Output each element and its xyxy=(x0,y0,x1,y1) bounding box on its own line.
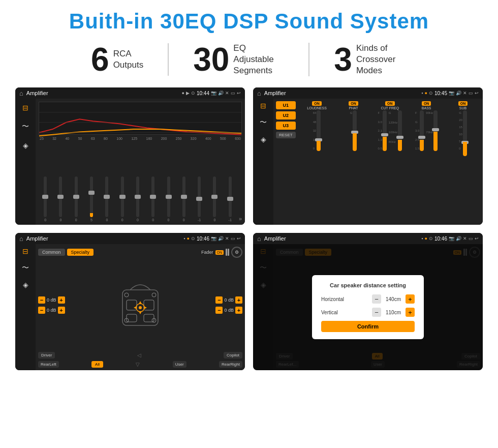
btn-all[interactable]: All xyxy=(91,361,103,368)
cross-home-icon[interactable]: ⌂ xyxy=(257,89,261,97)
spk-fl-minus[interactable]: − xyxy=(38,296,45,304)
spk-fr-minus[interactable]: − xyxy=(215,296,223,304)
btn-user[interactable]: User xyxy=(173,361,186,368)
eq-slider-5[interactable]: 0 xyxy=(100,176,113,222)
dialog-horizontal-minus[interactable]: − xyxy=(372,294,381,304)
eq-back-icon[interactable]: ↩ xyxy=(237,91,241,96)
dlg-screen-area: ⊟ 〜 ◈ Common Specialty ON xyxy=(253,244,483,370)
eq-slider-10[interactable]: 0 xyxy=(177,176,191,222)
arrow-down-icon[interactable]: ▽ xyxy=(136,362,140,367)
spk-rl-minus[interactable]: − xyxy=(38,307,45,314)
cross-cutfreq-ticks-f: F 3.0 2.1 1.3 0.5 xyxy=(378,110,382,151)
cross-camera-icon: 📷 xyxy=(449,91,454,96)
eq-sidebar-eq-icon[interactable]: ⊟ xyxy=(22,104,28,112)
btn-driver[interactable]: Driver xyxy=(38,352,55,359)
eq-more-icon[interactable]: » xyxy=(239,216,242,222)
eq-volume-icon: 🔊 xyxy=(218,91,224,96)
dialog-vertical-plus[interactable]: + xyxy=(406,308,415,317)
eq-slider-13[interactable]: -1 xyxy=(224,176,237,222)
stat-eq-number: 30 xyxy=(193,43,229,76)
eq-slider-2[interactable]: 0 xyxy=(54,176,67,222)
spk-content: ⊟ 〜 ◈ Common Specialty Fader ON xyxy=(15,244,245,370)
spk-sidebar-vol-icon[interactable]: ◈ xyxy=(23,281,28,289)
dlg-home-icon[interactable]: ⌂ xyxy=(257,235,261,243)
dlg-time: 10:46 xyxy=(434,236,447,242)
cross-phat-track[interactable] xyxy=(353,110,357,151)
cross-bass-track1[interactable] xyxy=(420,110,424,151)
eq-play-icon: ▶ xyxy=(186,91,190,96)
spk-rl-plus[interactable]: + xyxy=(58,307,65,314)
dlg-back-icon[interactable]: ↩ xyxy=(475,236,479,241)
spk-sidebar-eq-icon[interactable]: ⊟ xyxy=(22,247,28,255)
eq-sidebar-wave-icon[interactable]: 〜 xyxy=(22,122,29,131)
cross-reset-btn[interactable]: RESET xyxy=(276,132,296,138)
dlg-x-icon: ✕ xyxy=(463,236,467,241)
cross-cutfreq-track2[interactable] xyxy=(398,110,402,151)
spk-home-icon[interactable]: ⌂ xyxy=(19,235,23,243)
cross-loudness-on[interactable]: ON xyxy=(312,101,322,106)
cross-u2-btn[interactable]: U2 xyxy=(276,111,296,120)
cross-loudness-track[interactable] xyxy=(317,110,321,151)
spk-sidebar-wave-icon[interactable]: 〜 xyxy=(22,263,29,273)
dialog-horizontal-plus[interactable]: + xyxy=(406,294,415,304)
cross-ch-sub: ON SUB G 20 15 10 5 0 xyxy=(446,101,480,156)
eq-slider-11[interactable]: -1 xyxy=(193,176,206,222)
cross-x-icon: ✕ xyxy=(463,91,467,96)
eq-home-icon[interactable]: ⌂ xyxy=(19,89,23,97)
spk-battery-icon: ▭ xyxy=(231,236,235,241)
cross-phat-on[interactable]: ON xyxy=(349,101,358,106)
eq-screen-title: Amplifier xyxy=(26,90,179,96)
spk-main: Common Specialty Fader ON ⚙ xyxy=(36,244,245,370)
spk-menu-icon: ▪ xyxy=(183,236,185,241)
spk-fr-control: − 0 dB + xyxy=(215,296,242,304)
dlg-volume-icon: 🔊 xyxy=(456,236,461,241)
eq-slider-7[interactable]: 0 xyxy=(131,176,144,222)
spk-back-icon[interactable]: ↩ xyxy=(237,236,241,241)
spk-time: 10:46 xyxy=(197,236,209,242)
spk-fr-plus[interactable]: + xyxy=(235,296,242,304)
eq-sidebar-vol-icon[interactable]: ◈ xyxy=(23,141,28,150)
cross-cutfreq-on[interactable]: ON xyxy=(385,101,395,106)
cross-u3-btn[interactable]: U3 xyxy=(276,122,296,130)
cross-bass-on[interactable]: ON xyxy=(422,101,431,106)
crossover-screen: ⌂ Amplifier ▪ ● ⊙ 10:45 📷 🔊 ✕ ▭ ↩ ⊟ 〜 xyxy=(253,87,483,225)
dialog-horizontal-value: 140cm xyxy=(383,296,403,302)
cross-sub-label: SUB xyxy=(459,106,466,110)
spk-fl-plus[interactable]: + xyxy=(58,296,65,304)
eq-slider-8[interactable]: 0 xyxy=(146,176,160,222)
btn-rearleft[interactable]: RearLeft xyxy=(38,361,59,368)
cross-sidebar-eq-icon[interactable]: ⊟ xyxy=(260,102,266,110)
dlg-battery-icon: ▭ xyxy=(469,236,473,241)
cross-bass-track2[interactable] xyxy=(433,110,438,151)
dialog-vertical-minus[interactable]: − xyxy=(372,308,381,317)
fader-on-badge[interactable]: ON xyxy=(215,250,224,255)
cross-cutfreq-label: CUT FREQ xyxy=(381,106,399,110)
eq-slider-12[interactable]: 0 xyxy=(208,176,221,222)
svg-rect-4 xyxy=(127,300,137,310)
eq-slider-6[interactable]: 0 xyxy=(115,176,129,222)
cross-u1-btn[interactable]: U1 xyxy=(276,101,296,109)
eq-slider-4[interactable]: 5 xyxy=(85,176,98,222)
cross-sub-track[interactable] xyxy=(463,110,467,156)
cross-sub-on[interactable]: ON xyxy=(458,101,468,106)
svg-point-9 xyxy=(139,306,142,309)
arrow-left-icon[interactable]: ◁ xyxy=(137,352,141,358)
svg-point-15 xyxy=(152,293,156,297)
spk-tab-common[interactable]: Common xyxy=(38,249,65,256)
eq-slider-9[interactable]: 0 xyxy=(162,176,175,222)
btn-rearright[interactable]: RearRight xyxy=(219,361,242,368)
cross-cutfreq-track1[interactable] xyxy=(383,110,387,151)
btn-copilot[interactable]: Copilot xyxy=(224,352,242,359)
eq-slider-1[interactable]: 0 xyxy=(39,176,52,222)
spk-tab-specialty[interactable]: Specialty xyxy=(67,249,94,256)
spk-rr-plus[interactable]: + xyxy=(235,307,242,314)
svg-rect-5 xyxy=(144,300,154,310)
cross-back-icon[interactable]: ↩ xyxy=(475,91,479,96)
confirm-button[interactable]: Confirm xyxy=(321,321,415,332)
cross-screen-title: Amplifier xyxy=(264,90,418,96)
eq-slider-3[interactable]: 0 xyxy=(70,176,83,222)
cross-sidebar-wave-icon[interactable]: 〜 xyxy=(260,118,267,127)
spk-settings-icon[interactable]: ⚙ xyxy=(231,247,242,258)
spk-rr-minus[interactable]: − xyxy=(215,307,223,314)
cross-sidebar-vol-icon[interactable]: ◈ xyxy=(261,135,266,143)
